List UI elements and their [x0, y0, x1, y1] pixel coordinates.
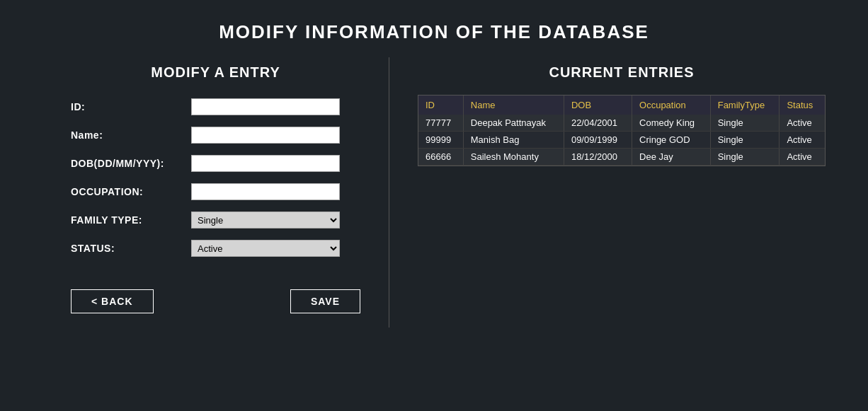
table-header-cell: DOB: [564, 95, 632, 115]
table-cell: Single: [710, 115, 780, 132]
table-header-cell: Occupation: [632, 95, 711, 115]
button-row: < BACK SAVE: [71, 268, 360, 320]
table-cell: Single: [710, 149, 780, 166]
table-cell: 66666: [418, 149, 463, 166]
table-cell: 09/09/1999: [564, 132, 632, 149]
page-wrapper: MODIFY INFORMATION OF THE DATABASE MODIF…: [0, 0, 868, 328]
table-cell: Manish Bag: [463, 132, 564, 149]
occupation-row: OCCUPATION:: [71, 183, 360, 200]
table-cell: Active: [780, 115, 825, 132]
table-cell: Deepak Pattnayak: [463, 115, 564, 132]
table-cell: Active: [780, 149, 825, 166]
right-panel: CURRENT ENTRIES IDNameDOBOccupationFamil…: [389, 57, 840, 328]
table-cell: Comedy King: [632, 115, 711, 132]
table-cell: 22/04/2001: [564, 115, 632, 132]
left-panel: MODIFY A ENTRY ID: Name: DOB(DD/MM/YYY):…: [28, 57, 389, 328]
table-cell: Single: [710, 132, 780, 149]
table-header-cell: FamilyType: [710, 95, 780, 115]
id-input[interactable]: [191, 98, 340, 115]
status-row: STATUS: ActiveInactive: [71, 240, 360, 257]
table-header-cell: Status: [780, 95, 825, 115]
right-panel-title: CURRENT ENTRIES: [418, 64, 826, 81]
table-row[interactable]: 99999Manish Bag09/09/1999Cringe GODSingl…: [418, 132, 825, 149]
table-header: IDNameDOBOccupationFamilyTypeStatus: [418, 95, 825, 115]
back-button[interactable]: < BACK: [71, 289, 154, 313]
dob-row: DOB(DD/MM/YYY):: [71, 155, 360, 172]
occupation-label: OCCUPATION:: [71, 186, 191, 197]
save-button[interactable]: SAVE: [290, 289, 360, 313]
table-cell: Active: [780, 132, 825, 149]
header-row: IDNameDOBOccupationFamilyTypeStatus: [418, 95, 825, 115]
main-container: MODIFY A ENTRY ID: Name: DOB(DD/MM/YYY):…: [0, 57, 868, 328]
id-row: ID:: [71, 98, 360, 115]
table-cell: 77777: [418, 115, 463, 132]
dob-input[interactable]: [191, 155, 340, 172]
name-row: Name:: [71, 127, 360, 144]
status-label: STATUS:: [71, 243, 191, 254]
table-row[interactable]: 66666Sailesh Mohanty18/12/2000Dee JaySin…: [418, 149, 825, 166]
entries-table: IDNameDOBOccupationFamilyTypeStatus 7777…: [418, 95, 825, 166]
table-body: 77777Deepak Pattnayak22/04/2001Comedy Ki…: [418, 115, 825, 166]
family-type-select[interactable]: SingleMarriedDivorced: [191, 212, 340, 228]
family-type-label: FAMILY TYPE:: [71, 214, 191, 226]
table-row[interactable]: 77777Deepak Pattnayak22/04/2001Comedy Ki…: [418, 115, 825, 132]
table-container: IDNameDOBOccupationFamilyTypeStatus 7777…: [418, 95, 826, 166]
table-cell: 18/12/2000: [564, 149, 632, 166]
occupation-input[interactable]: [191, 183, 340, 200]
table-header-cell: ID: [418, 95, 463, 115]
id-label: ID:: [71, 101, 191, 112]
family-type-row: FAMILY TYPE: SingleMarriedDivorced: [71, 212, 360, 228]
table-cell: Sailesh Mohanty: [463, 149, 564, 166]
name-input[interactable]: [191, 127, 340, 144]
status-select[interactable]: ActiveInactive: [191, 240, 340, 257]
page-title: MODIFY INFORMATION OF THE DATABASE: [0, 0, 868, 57]
table-cell: 99999: [418, 132, 463, 149]
table-cell: Dee Jay: [632, 149, 711, 166]
dob-label: DOB(DD/MM/YYY):: [71, 158, 191, 169]
name-label: Name:: [71, 129, 191, 141]
table-cell: Cringe GOD: [632, 132, 711, 149]
table-header-cell: Name: [463, 95, 564, 115]
left-panel-title: MODIFY A ENTRY: [71, 64, 360, 81]
